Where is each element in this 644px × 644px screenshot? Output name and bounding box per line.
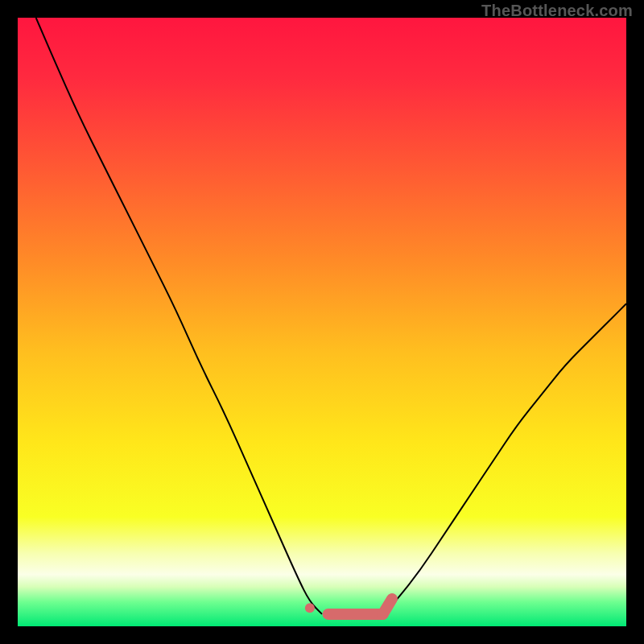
bottleneck-curve-chart [18,18,626,626]
svg-point-1 [305,603,315,613]
watermark-text: TheBottleneck.com [481,2,633,20]
svg-line-2 [383,599,392,614]
gradient-background [18,18,626,626]
chart-frame: TheBottleneck.com [0,0,644,644]
